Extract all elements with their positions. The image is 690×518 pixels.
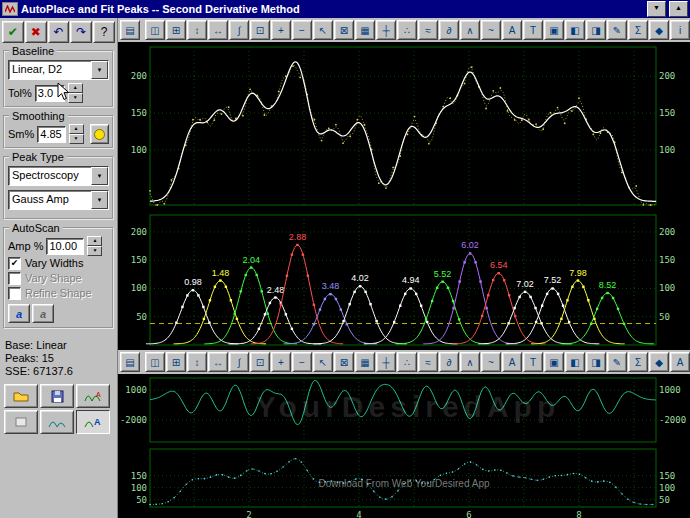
sum-button[interactable]: Σ: [628, 20, 648, 40]
label-view-button[interactable]: A: [76, 410, 110, 434]
derivative-button[interactable]: ∂: [439, 20, 459, 40]
chevron-down-icon[interactable]: ▼: [91, 167, 108, 185]
amp-down-button[interactable]: ▼: [87, 246, 102, 256]
peak-label-button[interactable]: a: [8, 304, 30, 323]
baseline-method-dropdown[interactable]: Linear, D2 ▼: [8, 60, 109, 80]
info-button[interactable]: i: [670, 20, 690, 40]
vary-shape-checkbox-box[interactable]: [8, 272, 21, 285]
zoom-out-button[interactable]: −: [292, 20, 312, 40]
zoom-out-button[interactable]: −: [292, 352, 312, 372]
peaks-button[interactable]: ∧: [460, 352, 480, 372]
font-button[interactable]: A: [670, 352, 690, 372]
zoom-in-button[interactable]: +: [271, 20, 291, 40]
review-peaks-button[interactable]: A: [76, 384, 110, 408]
second-derivative-chart[interactable]: 10001000-2000-2000: [118, 374, 690, 446]
data-chart[interactable]: 200200150150100100: [118, 42, 690, 210]
split-right-button[interactable]: ◨: [586, 20, 606, 40]
sum-button[interactable]: Σ: [628, 352, 648, 372]
integrate-button[interactable]: ∫: [229, 352, 249, 372]
legend-button[interactable]: ▣: [544, 20, 564, 40]
print-button[interactable]: ▤: [120, 352, 140, 372]
chevron-down-icon[interactable]: ▼: [91, 191, 108, 209]
baseline-tool-button[interactable]: ~: [481, 20, 501, 40]
split-left-icon: ◧: [570, 25, 579, 36]
title-tool-button[interactable]: T: [523, 20, 543, 40]
axes-button[interactable]: ⊞: [166, 20, 186, 40]
pan-button[interactable]: ↖: [313, 20, 333, 40]
legend-button[interactable]: ▣: [544, 352, 564, 372]
amp-input[interactable]: 10.00: [46, 238, 84, 255]
crosshair-button[interactable]: ┼: [376, 352, 396, 372]
help-button[interactable]: ?: [93, 21, 115, 43]
integrate-button[interactable]: ∫: [229, 20, 249, 40]
split-left-button[interactable]: ◧: [565, 352, 585, 372]
maximize-button[interactable]: ▲: [669, 1, 688, 17]
copy-graph-button[interactable]: ◫: [145, 20, 165, 40]
smooth-button[interactable]: ≈: [418, 20, 438, 40]
print-button[interactable]: ▤: [120, 20, 140, 40]
peaks-button[interactable]: ∧: [460, 20, 480, 40]
smooth-button[interactable]: ≈: [418, 352, 438, 372]
status-peaks: Peaks: 15: [5, 352, 113, 365]
copy-graph-button[interactable]: ◫: [145, 352, 165, 372]
lock-button[interactable]: ◆: [649, 352, 669, 372]
minimize-button[interactable]: ▼: [647, 1, 666, 17]
checkbox-vary-shape[interactable]: Vary Shape: [8, 271, 109, 285]
full-scale-button[interactable]: ⊠: [334, 20, 354, 40]
refine-shape-checkbox-box[interactable]: [8, 287, 21, 300]
sm-down-button[interactable]: ▼: [69, 134, 84, 144]
title-tool-button[interactable]: T: [523, 352, 543, 372]
undo-button[interactable]: ↶: [48, 21, 70, 43]
checkbox-vary-widths[interactable]: ✔Vary Widths: [8, 256, 109, 270]
labels-button[interactable]: A: [502, 352, 522, 372]
data-points-button[interactable]: ∴: [397, 352, 417, 372]
save-button[interactable]: [40, 384, 74, 408]
redo-button[interactable]: ↷: [70, 21, 92, 43]
grid-button[interactable]: ▦: [355, 352, 375, 372]
zoom-window-button[interactable]: ⊡: [250, 352, 270, 372]
tol-up-button[interactable]: ▲: [68, 83, 83, 93]
apply-button[interactable]: ✔: [2, 21, 24, 43]
data-overlay-chart[interactable]: 15015010010050502468: [118, 446, 690, 518]
scale-y-button[interactable]: ↕: [187, 352, 207, 372]
tol-input[interactable]: 3.0: [35, 85, 65, 102]
annotate-button[interactable]: ✎: [607, 20, 627, 40]
component-peaks-chart[interactable]: 20020015015010010050500.981.482.042.482.…: [118, 210, 690, 350]
graph-view-button[interactable]: [40, 410, 74, 434]
peak-function-dropdown[interactable]: Gauss Amp ▼: [8, 190, 109, 210]
titlebar[interactable]: AutoPlace and Fit Peaks -- Second Deriva…: [0, 0, 690, 18]
crosshair-button[interactable]: ┼: [376, 20, 396, 40]
annotate-button[interactable]: ✎: [607, 352, 627, 372]
peak-family-dropdown[interactable]: Spectroscopy ▼: [8, 166, 109, 186]
chevron-down-icon[interactable]: ▼: [91, 61, 108, 79]
data-points-button[interactable]: ∴: [397, 20, 417, 40]
sm-input[interactable]: 4.85: [37, 126, 65, 143]
scale-x-button[interactable]: ↔: [208, 20, 228, 40]
auto-smooth-button[interactable]: [90, 124, 109, 144]
svg-text:150: 150: [131, 471, 147, 481]
grid-button[interactable]: ▦: [355, 20, 375, 40]
split-left-button[interactable]: ◧: [565, 20, 585, 40]
zoom-in-button[interactable]: +: [271, 352, 291, 372]
axes-button[interactable]: ⊞: [166, 352, 186, 372]
derivative-button[interactable]: ∂: [439, 352, 459, 372]
tol-down-button[interactable]: ▼: [68, 93, 83, 103]
cancel-button[interactable]: ✖: [25, 21, 47, 43]
split-right-button[interactable]: ◨: [586, 352, 606, 372]
baseline-tool-button[interactable]: ~: [481, 352, 501, 372]
open-button[interactable]: [4, 384, 38, 408]
section-button[interactable]: [4, 410, 38, 434]
amp-up-button[interactable]: ▲: [87, 236, 102, 246]
scale-x-button[interactable]: ↔: [208, 352, 228, 372]
vary-widths-checkbox-box[interactable]: ✔: [8, 257, 21, 270]
peak-label-alt-button[interactable]: a: [32, 304, 54, 323]
lock-button[interactable]: ◆: [649, 20, 669, 40]
sm-up-button[interactable]: ▲: [69, 124, 84, 134]
checkbox-refine-shape[interactable]: Refine Shape: [8, 286, 109, 300]
zoom-window-button[interactable]: ⊡: [250, 20, 270, 40]
scale-y-button[interactable]: ↕: [187, 20, 207, 40]
labels-button[interactable]: A: [502, 20, 522, 40]
full-scale-button[interactable]: ⊠: [334, 352, 354, 372]
pan-icon: ↖: [319, 25, 327, 36]
pan-button[interactable]: ↖: [313, 352, 333, 372]
